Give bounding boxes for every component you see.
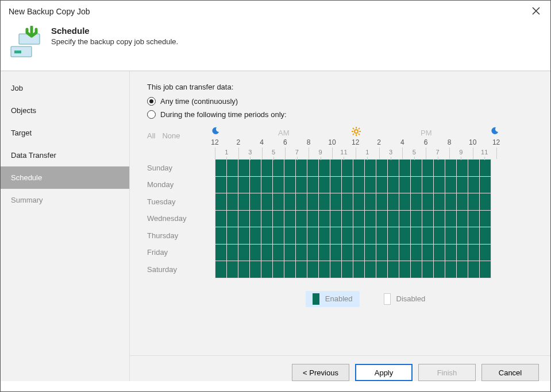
day-label: Tuesday: [147, 193, 215, 211]
schedule-cell: [249, 244, 261, 261]
hour-tick: 11: [481, 149, 488, 156]
hour-tick: 5: [413, 149, 416, 156]
hour-tick: 12: [492, 138, 500, 146]
schedule-cell: [387, 160, 399, 177]
schedule-cell: [330, 160, 341, 177]
schedule-cell: [422, 193, 433, 211]
schedule-cell: [376, 160, 387, 177]
schedule-cell: [364, 193, 376, 211]
schedule-cell: [284, 160, 295, 177]
legend-disabled[interactable]: Disabled: [377, 291, 433, 307]
schedule-cell: [307, 176, 318, 193]
radio-periods[interactable]: During the following time periods only:: [147, 110, 533, 119]
schedule-cell: [215, 160, 226, 177]
schedule-cell: [295, 244, 307, 261]
hour-tick: 3: [248, 149, 252, 156]
schedule-cell: [272, 227, 284, 244]
schedule-cell: [261, 244, 272, 261]
disabled-swatch-icon: [384, 293, 391, 305]
schedule-cell: [295, 210, 307, 227]
schedule-cell: [387, 210, 399, 227]
schedule-cell: [341, 176, 353, 193]
schedule-cell: [376, 210, 387, 227]
schedule-cell: [410, 244, 422, 261]
schedule-cell: [468, 227, 479, 244]
schedule-cell: [226, 227, 238, 244]
select-all-none: All None: [147, 127, 215, 140]
schedule-cell: [376, 261, 387, 278]
schedule-cell: [261, 210, 272, 227]
hour-tick: 1: [225, 149, 228, 156]
schedule-cell: [456, 244, 468, 261]
schedule-cell: [399, 176, 410, 193]
schedule-cell: [468, 244, 479, 261]
legend-enabled[interactable]: Enabled: [306, 291, 360, 307]
schedule-cell: [318, 176, 330, 193]
hour-tick: 8: [448, 138, 452, 146]
schedule-cell: [307, 227, 318, 244]
schedule-cell: [399, 227, 410, 244]
schedule-cell: [479, 227, 491, 244]
sidebar-item-objects[interactable]: Objects: [1, 99, 129, 122]
cancel-button[interactable]: Cancel: [481, 364, 539, 381]
sidebar-item-job[interactable]: Job: [1, 77, 129, 99]
hour-tick: 6: [283, 138, 287, 146]
sidebar-item-summary: Summary: [1, 189, 129, 211]
schedule-cell: [445, 176, 456, 193]
schedule-cell: [456, 227, 468, 244]
close-icon[interactable]: [530, 6, 542, 17]
sidebar-item-data-transfer[interactable]: Data Transfer: [1, 144, 129, 166]
hour-tick: 11: [340, 149, 347, 156]
previous-button[interactable]: < Previous: [292, 364, 349, 381]
schedule-cell: [376, 176, 387, 193]
am-label: AM: [278, 129, 290, 137]
schedule-cell: [226, 176, 238, 193]
schedule-cell: [261, 193, 272, 211]
hour-tick: 12: [352, 138, 359, 146]
schedule-cell: [479, 160, 491, 177]
hour-tick: 2: [236, 138, 240, 146]
schedule-cell: [433, 210, 445, 227]
sidebar-item-target[interactable]: Target: [1, 122, 129, 144]
schedule-cell: [238, 244, 249, 261]
hour-tick: 4: [260, 138, 264, 146]
schedule-cell: [330, 227, 341, 244]
schedule-cell: [433, 244, 445, 261]
apply-button[interactable]: Apply: [355, 364, 413, 381]
schedule-cell: [238, 261, 249, 278]
schedule-cell: [422, 244, 433, 261]
schedule-cell: [284, 176, 295, 193]
hour-tick: 3: [389, 149, 392, 156]
page-title: Schedule: [51, 26, 178, 36]
schedule-cell: [249, 227, 261, 244]
hour-tick: 12: [211, 138, 218, 146]
schedule-cell: [272, 160, 284, 177]
sidebar-item-schedule[interactable]: Schedule: [1, 166, 129, 189]
schedule-cell: [284, 261, 295, 278]
schedule-cell: [238, 160, 249, 177]
hour-tick: 9: [319, 149, 322, 156]
svg-line-10: [359, 128, 360, 129]
schedule-cell: [284, 244, 295, 261]
schedule-cell: [261, 261, 272, 278]
day-label: Monday: [147, 176, 215, 193]
schedule-cell: [422, 261, 433, 278]
svg-rect-2: [14, 51, 21, 53]
schedule-cell: [422, 176, 433, 193]
hour-tick: 8: [307, 138, 311, 146]
schedule-cell: [433, 160, 445, 177]
select-none-link: None: [162, 131, 180, 140]
schedule-cell: [226, 210, 238, 227]
schedule-cell: [215, 227, 226, 244]
schedule-cell: [341, 210, 353, 227]
schedule-cell: [341, 244, 353, 261]
schedule-cell: [226, 261, 238, 278]
radio-anytime[interactable]: Any time (continuously): [147, 97, 533, 106]
hour-tick: 4: [400, 138, 404, 146]
schedule-cell: [353, 210, 364, 227]
day-label: Saturday: [147, 261, 215, 278]
schedule-cell: [364, 210, 376, 227]
schedule-cell: [295, 160, 307, 177]
schedule-cell: [387, 193, 399, 211]
schedule-cell: [399, 160, 410, 177]
